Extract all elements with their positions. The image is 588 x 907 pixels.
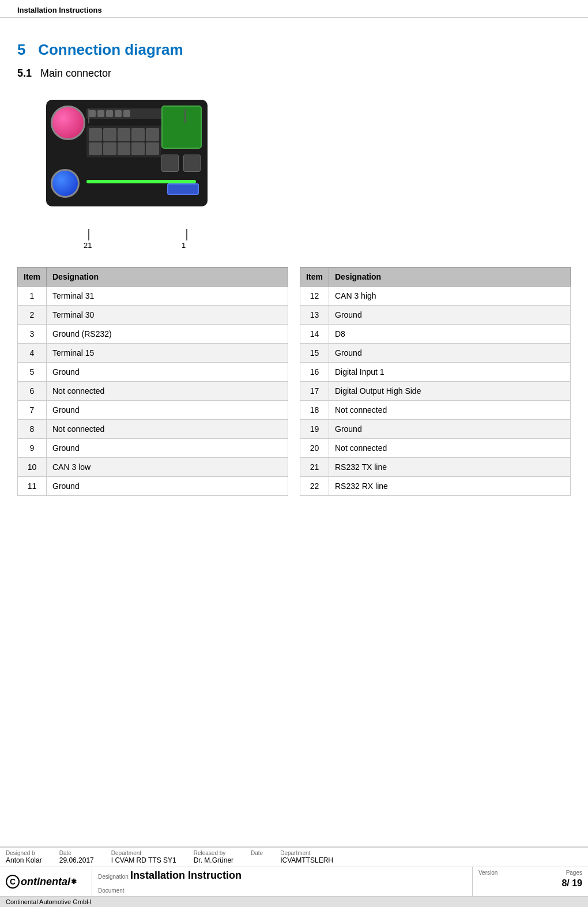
table-row: 22 RS232 RX line xyxy=(300,477,571,496)
table-row: 14 D8 xyxy=(300,325,571,344)
item-designation: D8 xyxy=(329,325,571,344)
item-number: 14 xyxy=(300,325,329,344)
item-number: 5 xyxy=(18,363,47,382)
table-row: 21 RS232 TX line xyxy=(300,458,571,477)
item-designation: Ground xyxy=(47,401,288,420)
connector-box xyxy=(46,100,208,206)
footer-bottom-row: C ontinental ✱ Designation Installation … xyxy=(0,867,588,896)
left-header-designation: Designation xyxy=(47,268,288,287)
connector-diagram: 22 2 xyxy=(17,100,248,250)
item-number: 17 xyxy=(300,382,329,401)
item-designation: Ground xyxy=(329,344,571,363)
page-header: Installation Instructions xyxy=(0,0,588,18)
item-number: 12 xyxy=(300,287,329,306)
connector-inner xyxy=(46,100,208,206)
pink-connector xyxy=(51,106,85,140)
table-row: 18 Not connected xyxy=(300,401,571,420)
footer-designation: Designation Installation Instruction Doc… xyxy=(92,867,473,896)
item-designation: CAN 3 low xyxy=(47,458,288,477)
table-row: 2 Terminal 30 xyxy=(18,306,288,325)
item-number: 4 xyxy=(18,344,47,363)
footer-released-by: Released by Dr. M.Grüner xyxy=(194,850,233,864)
footer-department2: Department ICVAMTTSLERH xyxy=(280,850,333,864)
item-number: 18 xyxy=(300,401,329,420)
table-row: 10 CAN 3 low xyxy=(18,458,288,477)
item-number: 21 xyxy=(300,458,329,477)
table-row: 8 Not connected xyxy=(18,420,288,439)
footer-doc: Version Pages 8/ 19 xyxy=(473,867,588,896)
left-header-item: Item xyxy=(18,268,47,287)
footer: Designed b Anton Kolar Date 29.06.2017 D… xyxy=(0,846,588,907)
right-header-designation: Designation xyxy=(329,268,571,287)
label-21: 21 xyxy=(84,241,92,250)
item-designation: Not connected xyxy=(47,382,288,401)
table-row: 4 Terminal 15 xyxy=(18,344,288,363)
item-designation: Not connected xyxy=(47,420,288,439)
item-designation: Ground xyxy=(47,363,288,382)
table-row: 13 Ground xyxy=(300,306,571,325)
right-header-item: Item xyxy=(300,268,329,287)
item-number: 19 xyxy=(300,420,329,439)
item-designation: Not connected xyxy=(329,439,571,458)
item-number: 3 xyxy=(18,325,47,344)
table-row: 9 Ground xyxy=(18,439,288,458)
table-row: 17 Digital Output High Side xyxy=(300,382,571,401)
label-1: 1 xyxy=(182,241,186,250)
item-designation: Not connected xyxy=(329,401,571,420)
item-designation: Digital Input 1 xyxy=(329,363,571,382)
left-table: Item Designation 1 Terminal 31 2 Termina… xyxy=(17,267,288,496)
item-number: 2 xyxy=(18,306,47,325)
item-number: 9 xyxy=(18,439,47,458)
left-table-container: Item Designation 1 Terminal 31 2 Termina… xyxy=(17,267,288,496)
footer-company: Continental Automotive GmbH xyxy=(0,896,588,907)
header-title: Installation Instructions xyxy=(17,6,102,14)
item-number: 6 xyxy=(18,382,47,401)
footer-date: Date 29.06.2017 xyxy=(59,850,94,864)
item-designation: CAN 3 high xyxy=(329,287,571,306)
table-row: 12 CAN 3 high xyxy=(300,287,571,306)
item-designation: Terminal 15 xyxy=(47,344,288,363)
table-row: 6 Not connected xyxy=(18,382,288,401)
footer-designed-by: Designed b Anton Kolar xyxy=(6,850,42,864)
item-designation: Ground xyxy=(329,420,571,439)
table-row: 1 Terminal 31 xyxy=(18,287,288,306)
right-table-container: Item Designation 12 CAN 3 high 13 Ground… xyxy=(300,267,571,496)
item-designation: Ground xyxy=(47,477,288,496)
table-row: 5 Ground xyxy=(18,363,288,382)
main-content: 5 Connection diagram 5.1 Main connector … xyxy=(0,18,588,525)
footer-top-row: Designed b Anton Kolar Date 29.06.2017 D… xyxy=(0,848,588,867)
item-number: 13 xyxy=(300,306,329,325)
green-bar xyxy=(86,180,196,183)
table-row: 19 Ground xyxy=(300,420,571,439)
table-row: 11 Ground xyxy=(18,477,288,496)
item-number: 11 xyxy=(18,477,47,496)
right-table: Item Designation 12 CAN 3 high 13 Ground… xyxy=(300,267,571,496)
table-row: 20 Not connected xyxy=(300,439,571,458)
table-row: 15 Ground xyxy=(300,344,571,363)
item-designation: RS232 TX line xyxy=(329,458,571,477)
table-row: 3 Ground (RS232) xyxy=(18,325,288,344)
item-designation: Digital Output High Side xyxy=(329,382,571,401)
item-designation: Ground xyxy=(329,306,571,325)
item-number: 15 xyxy=(300,344,329,363)
item-number: 8 xyxy=(18,420,47,439)
item-number: 20 xyxy=(300,439,329,458)
table-row: 16 Digital Input 1 xyxy=(300,363,571,382)
item-designation: Ground (RS232) xyxy=(47,325,288,344)
footer-department: Department I CVAM RD TTS SY1 xyxy=(111,850,176,864)
footer-date2: Date xyxy=(251,850,263,864)
footer-logo: C ontinental ✱ xyxy=(0,867,92,896)
item-designation: Terminal 31 xyxy=(47,287,288,306)
blue-connector xyxy=(51,169,80,198)
section-title: 5 Connection diagram xyxy=(17,41,183,58)
item-number: 16 xyxy=(300,363,329,382)
tables-container: Item Designation 1 Terminal 31 2 Termina… xyxy=(17,267,571,496)
item-number: 10 xyxy=(18,458,47,477)
table-row: 7 Ground xyxy=(18,401,288,420)
logo-c-icon: C xyxy=(6,875,20,889)
item-number: 7 xyxy=(18,401,47,420)
item-number: 22 xyxy=(300,477,329,496)
subsection-title: 5.1 Main connector xyxy=(17,67,111,79)
item-number: 1 xyxy=(18,287,47,306)
item-designation: RS232 RX line xyxy=(329,477,571,496)
